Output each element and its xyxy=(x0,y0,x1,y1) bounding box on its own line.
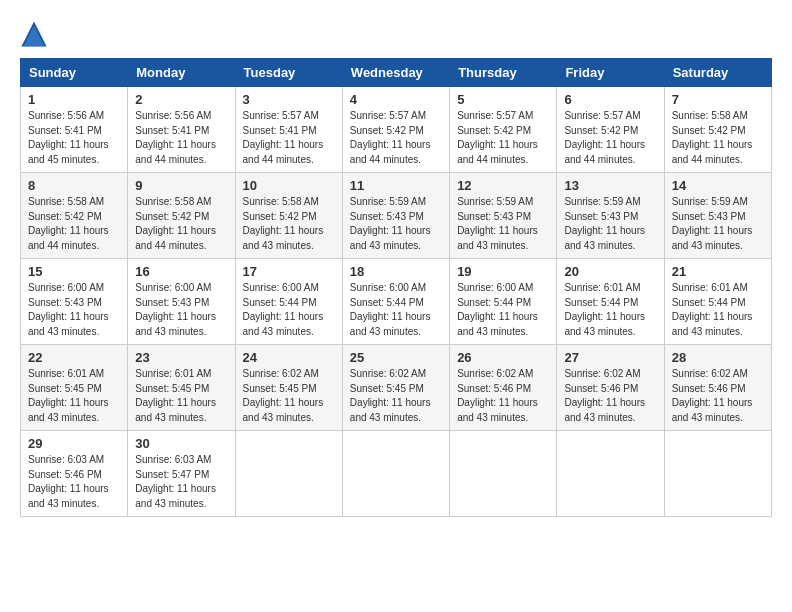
day-info: Sunrise: 6:01 AMSunset: 5:44 PMDaylight:… xyxy=(564,282,645,337)
calendar-day-9: 9 Sunrise: 5:58 AMSunset: 5:42 PMDayligh… xyxy=(128,173,235,259)
day-number: 26 xyxy=(457,350,549,365)
calendar-day-20: 20 Sunrise: 6:01 AMSunset: 5:44 PMDaylig… xyxy=(557,259,664,345)
calendar: SundayMondayTuesdayWednesdayThursdayFrid… xyxy=(20,58,772,517)
day-number: 10 xyxy=(243,178,335,193)
day-header-thursday: Thursday xyxy=(450,59,557,87)
day-number: 8 xyxy=(28,178,120,193)
calendar-day-26: 26 Sunrise: 6:02 AMSunset: 5:46 PMDaylig… xyxy=(450,345,557,431)
day-info: Sunrise: 6:02 AMSunset: 5:45 PMDaylight:… xyxy=(243,368,324,423)
empty-cell xyxy=(557,431,664,517)
day-number: 9 xyxy=(135,178,227,193)
day-number: 30 xyxy=(135,436,227,451)
calendar-day-30: 30 Sunrise: 6:03 AMSunset: 5:47 PMDaylig… xyxy=(128,431,235,517)
day-number: 25 xyxy=(350,350,442,365)
calendar-day-17: 17 Sunrise: 6:00 AMSunset: 5:44 PMDaylig… xyxy=(235,259,342,345)
empty-cell xyxy=(342,431,449,517)
calendar-day-14: 14 Sunrise: 5:59 AMSunset: 5:43 PMDaylig… xyxy=(664,173,771,259)
calendar-week-5: 29 Sunrise: 6:03 AMSunset: 5:46 PMDaylig… xyxy=(21,431,772,517)
day-info: Sunrise: 6:00 AMSunset: 5:44 PMDaylight:… xyxy=(243,282,324,337)
day-info: Sunrise: 6:00 AMSunset: 5:43 PMDaylight:… xyxy=(135,282,216,337)
day-info: Sunrise: 6:03 AMSunset: 5:47 PMDaylight:… xyxy=(135,454,216,509)
day-info: Sunrise: 5:58 AMSunset: 5:42 PMDaylight:… xyxy=(135,196,216,251)
day-info: Sunrise: 5:59 AMSunset: 5:43 PMDaylight:… xyxy=(457,196,538,251)
day-number: 23 xyxy=(135,350,227,365)
day-header-wednesday: Wednesday xyxy=(342,59,449,87)
calendar-week-3: 15 Sunrise: 6:00 AMSunset: 5:43 PMDaylig… xyxy=(21,259,772,345)
day-info: Sunrise: 5:56 AMSunset: 5:41 PMDaylight:… xyxy=(135,110,216,165)
calendar-day-28: 28 Sunrise: 6:02 AMSunset: 5:46 PMDaylig… xyxy=(664,345,771,431)
empty-cell xyxy=(664,431,771,517)
day-number: 21 xyxy=(672,264,764,279)
day-header-sunday: Sunday xyxy=(21,59,128,87)
day-info: Sunrise: 5:57 AMSunset: 5:42 PMDaylight:… xyxy=(457,110,538,165)
calendar-day-7: 7 Sunrise: 5:58 AMSunset: 5:42 PMDayligh… xyxy=(664,87,771,173)
day-info: Sunrise: 5:57 AMSunset: 5:42 PMDaylight:… xyxy=(350,110,431,165)
day-info: Sunrise: 6:02 AMSunset: 5:46 PMDaylight:… xyxy=(457,368,538,423)
calendar-day-18: 18 Sunrise: 6:00 AMSunset: 5:44 PMDaylig… xyxy=(342,259,449,345)
day-header-tuesday: Tuesday xyxy=(235,59,342,87)
day-number: 1 xyxy=(28,92,120,107)
calendar-day-29: 29 Sunrise: 6:03 AMSunset: 5:46 PMDaylig… xyxy=(21,431,128,517)
day-number: 5 xyxy=(457,92,549,107)
day-number: 13 xyxy=(564,178,656,193)
calendar-day-27: 27 Sunrise: 6:02 AMSunset: 5:46 PMDaylig… xyxy=(557,345,664,431)
empty-cell xyxy=(235,431,342,517)
day-header-saturday: Saturday xyxy=(664,59,771,87)
day-info: Sunrise: 5:59 AMSunset: 5:43 PMDaylight:… xyxy=(564,196,645,251)
calendar-day-23: 23 Sunrise: 6:01 AMSunset: 5:45 PMDaylig… xyxy=(128,345,235,431)
day-info: Sunrise: 6:03 AMSunset: 5:46 PMDaylight:… xyxy=(28,454,109,509)
calendar-day-13: 13 Sunrise: 5:59 AMSunset: 5:43 PMDaylig… xyxy=(557,173,664,259)
day-number: 7 xyxy=(672,92,764,107)
calendar-day-12: 12 Sunrise: 5:59 AMSunset: 5:43 PMDaylig… xyxy=(450,173,557,259)
calendar-day-2: 2 Sunrise: 5:56 AMSunset: 5:41 PMDayligh… xyxy=(128,87,235,173)
calendar-day-16: 16 Sunrise: 6:00 AMSunset: 5:43 PMDaylig… xyxy=(128,259,235,345)
day-number: 12 xyxy=(457,178,549,193)
day-info: Sunrise: 6:02 AMSunset: 5:46 PMDaylight:… xyxy=(672,368,753,423)
calendar-day-11: 11 Sunrise: 5:59 AMSunset: 5:43 PMDaylig… xyxy=(342,173,449,259)
calendar-week-1: 1 Sunrise: 5:56 AMSunset: 5:41 PMDayligh… xyxy=(21,87,772,173)
day-info: Sunrise: 5:57 AMSunset: 5:41 PMDaylight:… xyxy=(243,110,324,165)
day-info: Sunrise: 5:58 AMSunset: 5:42 PMDaylight:… xyxy=(28,196,109,251)
calendar-day-4: 4 Sunrise: 5:57 AMSunset: 5:42 PMDayligh… xyxy=(342,87,449,173)
day-number: 2 xyxy=(135,92,227,107)
day-info: Sunrise: 6:02 AMSunset: 5:46 PMDaylight:… xyxy=(564,368,645,423)
day-header-monday: Monday xyxy=(128,59,235,87)
day-info: Sunrise: 5:59 AMSunset: 5:43 PMDaylight:… xyxy=(672,196,753,251)
day-number: 27 xyxy=(564,350,656,365)
day-number: 3 xyxy=(243,92,335,107)
day-number: 24 xyxy=(243,350,335,365)
day-info: Sunrise: 6:01 AMSunset: 5:45 PMDaylight:… xyxy=(28,368,109,423)
day-number: 17 xyxy=(243,264,335,279)
day-number: 22 xyxy=(28,350,120,365)
day-info: Sunrise: 5:58 AMSunset: 5:42 PMDaylight:… xyxy=(672,110,753,165)
calendar-day-15: 15 Sunrise: 6:00 AMSunset: 5:43 PMDaylig… xyxy=(21,259,128,345)
calendar-day-6: 6 Sunrise: 5:57 AMSunset: 5:42 PMDayligh… xyxy=(557,87,664,173)
calendar-week-2: 8 Sunrise: 5:58 AMSunset: 5:42 PMDayligh… xyxy=(21,173,772,259)
day-info: Sunrise: 5:56 AMSunset: 5:41 PMDaylight:… xyxy=(28,110,109,165)
day-number: 19 xyxy=(457,264,549,279)
day-info: Sunrise: 6:00 AMSunset: 5:44 PMDaylight:… xyxy=(457,282,538,337)
day-number: 20 xyxy=(564,264,656,279)
day-number: 11 xyxy=(350,178,442,193)
day-info: Sunrise: 5:59 AMSunset: 5:43 PMDaylight:… xyxy=(350,196,431,251)
calendar-day-1: 1 Sunrise: 5:56 AMSunset: 5:41 PMDayligh… xyxy=(21,87,128,173)
calendar-day-3: 3 Sunrise: 5:57 AMSunset: 5:41 PMDayligh… xyxy=(235,87,342,173)
day-info: Sunrise: 6:00 AMSunset: 5:44 PMDaylight:… xyxy=(350,282,431,337)
day-info: Sunrise: 5:57 AMSunset: 5:42 PMDaylight:… xyxy=(564,110,645,165)
calendar-day-25: 25 Sunrise: 6:02 AMSunset: 5:45 PMDaylig… xyxy=(342,345,449,431)
day-number: 29 xyxy=(28,436,120,451)
calendar-header-row: SundayMondayTuesdayWednesdayThursdayFrid… xyxy=(21,59,772,87)
day-header-friday: Friday xyxy=(557,59,664,87)
calendar-day-22: 22 Sunrise: 6:01 AMSunset: 5:45 PMDaylig… xyxy=(21,345,128,431)
page-header xyxy=(20,20,772,48)
calendar-day-24: 24 Sunrise: 6:02 AMSunset: 5:45 PMDaylig… xyxy=(235,345,342,431)
day-info: Sunrise: 6:00 AMSunset: 5:43 PMDaylight:… xyxy=(28,282,109,337)
day-number: 6 xyxy=(564,92,656,107)
day-number: 18 xyxy=(350,264,442,279)
day-number: 14 xyxy=(672,178,764,193)
logo xyxy=(20,20,52,48)
calendar-day-10: 10 Sunrise: 5:58 AMSunset: 5:42 PMDaylig… xyxy=(235,173,342,259)
day-number: 4 xyxy=(350,92,442,107)
day-number: 15 xyxy=(28,264,120,279)
calendar-day-5: 5 Sunrise: 5:57 AMSunset: 5:42 PMDayligh… xyxy=(450,87,557,173)
